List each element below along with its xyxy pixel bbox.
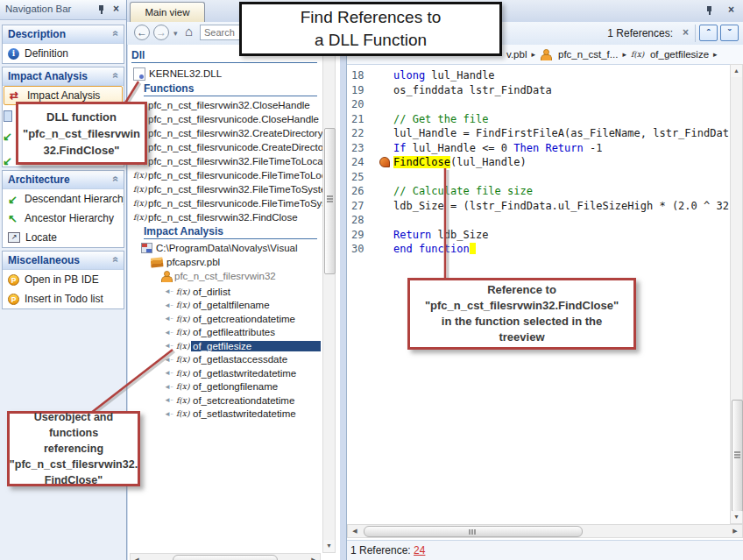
collapse-chevron-icon[interactable]	[110, 31, 123, 37]
tree-node-function[interactable]: pfc_n_cst_filesrvwin32.FindClose	[133, 210, 322, 224]
sidebar-item-locate[interactable]: Locate	[3, 228, 124, 247]
editor-horizontal-scrollbar[interactable]: ◀ ▶	[347, 524, 743, 538]
scroll-right-arrow[interactable]: ▶	[729, 525, 741, 536]
back-button[interactable]: ←	[134, 25, 150, 40]
scrollbar-thumb[interactable]	[173, 555, 278, 560]
pin-icon[interactable]	[97, 5, 105, 14]
tree-node-impact-function[interactable]: of_getaltfilename	[164, 299, 321, 313]
tree-node-function[interactable]: pfc_n_cst_filesrvunicode.FileTimeToSyste…	[133, 196, 322, 210]
collapse-chevron-icon[interactable]	[110, 73, 123, 79]
called-by-arrow-icon	[164, 301, 176, 309]
tree-node-label: pfc_n_cst_filesrvwin32.FindClose	[148, 212, 298, 223]
function-icon	[133, 171, 148, 180]
sidebar-item-label: Descendant Hierarchy	[25, 193, 124, 205]
tree-node-label: of_dirlist	[191, 287, 321, 297]
powerbuilder-icon: P	[8, 294, 19, 305]
sidebar-item-insert-in-todo-list[interactable]: P Insert in Todo list	[3, 289, 124, 308]
tree-node-impact-function[interactable]: of_getcreationdatetime	[164, 312, 321, 326]
tree-node-impact-function[interactable]: of_getfileattributes	[164, 326, 321, 340]
breadcrumb-separator-icon	[622, 50, 626, 59]
code-line: 18ulong lul_Handle	[347, 68, 729, 83]
code-line: 29Return ldb_Size	[347, 228, 729, 243]
tree-node-userobject[interactable]: pfc_n_cst_filesrvwin32	[160, 269, 322, 283]
tree-node-impact-function[interactable]: of_getlongfilename	[164, 380, 321, 394]
visual-expert-window: Navigation Bar × Description i Definitio…	[0, 0, 743, 560]
tree-node-function[interactable]: pfc_n_cst_filesrvwin32.FileTimeToLocalFi…	[133, 154, 322, 168]
text-cursor	[470, 243, 476, 254]
previous-reference-button[interactable]: ˆ	[699, 25, 718, 41]
impact-functions-list: of_dirlist of_getaltfilename of_getcreat…	[164, 285, 321, 421]
home-icon[interactable]: ⌂	[185, 24, 193, 39]
tab-main-view[interactable]: Main view	[130, 2, 205, 22]
tree-node-impact-function-selected[interactable]: of_getfilesize	[164, 339, 321, 353]
scrollbar-thumb[interactable]	[324, 128, 336, 274]
section-title: Impact Analysis	[8, 70, 88, 82]
scroll-up-arrow[interactable]: ▲	[731, 65, 742, 77]
sidebar-item-descendant-hierarchy[interactable]: Descendant Hierarchy	[3, 189, 124, 209]
tree-node-impact-function[interactable]: of_setlastwritedatetime	[164, 408, 321, 422]
close-icon[interactable]: ×	[728, 4, 734, 16]
called-by-arrow-icon	[164, 383, 176, 391]
section-description-header[interactable]: Description	[3, 25, 124, 44]
code-line-reference: 24FindClose(lul_Handle)	[347, 155, 729, 170]
scrollbar-thumb[interactable]	[732, 400, 743, 512]
tree-node-label: of_getcreationdatetime	[191, 314, 321, 324]
scroll-right-arrow[interactable]: ▶	[308, 554, 320, 560]
editor-vertical-scrollbar[interactable]: ▲ ▼	[730, 64, 743, 524]
collapse-chevron-icon[interactable]	[110, 257, 123, 263]
tree-node-impact-function[interactable]: of_getlastaccessdate	[164, 353, 321, 367]
tree-horizontal-scrollbar[interactable]: ◀ ▶	[130, 553, 321, 560]
sidebar-item-label: Open in PB IDE	[25, 273, 99, 286]
sidebar-item-ancestor-hierarchy[interactable]: Ancestor Hierarchy	[3, 209, 124, 228]
close-icon[interactable]: ×	[113, 3, 119, 15]
section-title: Description	[8, 28, 66, 40]
tree-node-label: of_getlongfilename	[191, 381, 321, 392]
reference-pin-icon	[379, 157, 390, 167]
tree-node-dll[interactable]: KERNEL32.DLL	[133, 67, 319, 81]
forward-button[interactable]: →	[153, 25, 169, 40]
collapse-chevron-icon[interactable]	[110, 176, 123, 182]
sidebar-item-definition[interactable]: i Definition	[3, 44, 124, 63]
treeview-panel[interactable]: Dll KERNEL32.DLL Functions pfc_n_cst_fil…	[128, 45, 340, 560]
called-by-arrow-icon	[164, 396, 176, 404]
tree-node-function[interactable]: pfc_n_cst_filesrvwin32.CloseHandle	[133, 98, 322, 112]
breadcrumb-item-function[interactable]: of_getfilesize	[650, 49, 709, 60]
tree-node-function[interactable]: pfc_n_cst_filesrvwin32.FileTimeToSystemT…	[133, 182, 322, 196]
tree-node-function[interactable]: pfc_n_cst_filesrvunicode.CloseHandle	[133, 112, 322, 126]
scrollbar-thumb[interactable]	[364, 526, 583, 537]
toolbar-divider	[695, 25, 696, 42]
function-icon	[631, 50, 646, 59]
scroll-left-arrow[interactable]: ◀	[131, 554, 143, 560]
scroll-down-arrow[interactable]: ▼	[731, 511, 742, 523]
reference-line-link[interactable]: 24	[414, 544, 425, 556]
function-icon	[176, 301, 191, 309]
tree-node-label: KERNEL32.DLL	[149, 68, 222, 79]
scroll-down-arrow[interactable]: ▼	[323, 540, 335, 552]
panel-splitter[interactable]	[340, 45, 346, 560]
tree-node-impact-function[interactable]: of_setcreationdatetime	[164, 393, 321, 408]
section-miscellaneous-header[interactable]: Miscellaneous	[3, 252, 124, 270]
scroll-left-arrow[interactable]: ◀	[349, 525, 361, 536]
next-reference-button[interactable]: ˇ	[720, 25, 739, 41]
tree-node-function[interactable]: pfc_n_cst_filesrvwin32.CreateDirectory	[133, 126, 322, 140]
called-by-arrow-icon	[164, 315, 176, 323]
code-line: 21// Get the file	[347, 112, 729, 127]
breadcrumb-item-userobject[interactable]: pfc_n_cst_f...	[558, 49, 618, 60]
tree-node-library[interactable]: pfcapsrv.pbl	[151, 255, 322, 269]
tree-node-label: pfc_n_cst_filesrvunicode.CloseHandle	[148, 114, 319, 124]
tree-node-impact-function[interactable]: of_dirlist	[164, 285, 321, 299]
clear-references-icon[interactable]: ×	[683, 26, 689, 39]
tree-node-impact-function[interactable]: of_getlastwritedatetime	[164, 366, 321, 380]
pin-icon[interactable]	[705, 6, 713, 15]
tree-node-function[interactable]: pfc_n_cst_filesrvunicode.CreateDirectory	[133, 140, 322, 154]
tree-node-project-root[interactable]: C:\ProgramData\Novalys\Visual	[141, 241, 322, 255]
tree-vertical-scrollbar[interactable]: ▲ ▼	[322, 46, 336, 553]
history-dropdown-icon[interactable]: ▾	[173, 29, 178, 38]
sidebar-item-open-in-pb-ide[interactable]: P Open in PB IDE	[3, 270, 124, 289]
tree-node-function[interactable]: pfc_n_cst_filesrvunicode.FileTimeToLocal…	[133, 168, 322, 182]
breadcrumb-item-pbl[interactable]: v.pbl	[506, 49, 527, 60]
reference-status-bar: 1 Reference: 24	[347, 540, 743, 560]
section-impact-analysis-header[interactable]: Impact Analysis	[3, 67, 124, 86]
section-architecture-header[interactable]: Architecture	[3, 171, 124, 189]
code-line: 19os_finddata lstr_FindData	[347, 83, 729, 98]
